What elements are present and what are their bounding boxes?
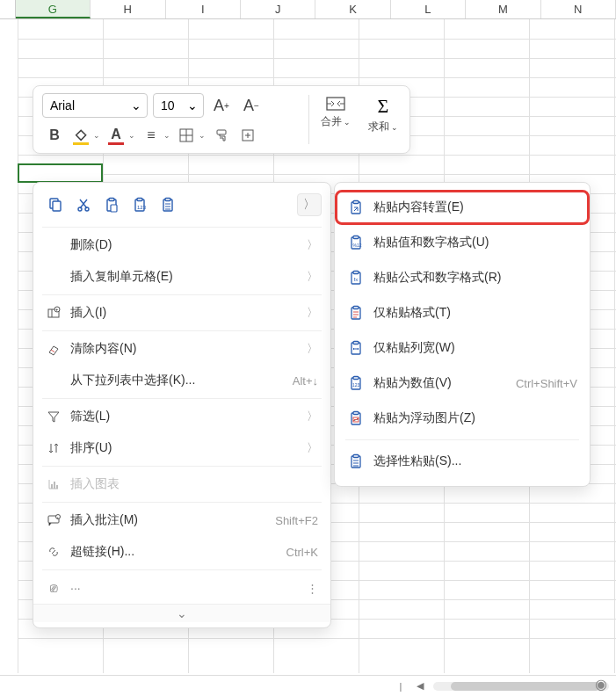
chevron-right-icon: 〉 bbox=[307, 305, 318, 321]
chevron-down-icon: ⌄ bbox=[187, 98, 198, 112]
insert-icon: + bbox=[46, 305, 62, 321]
chevron-down-icon: ⌄ bbox=[177, 606, 187, 620]
menu-hyperlink[interactable]: 超链接(H)...Ctrl+K bbox=[33, 536, 330, 568]
autofit-button[interactable] bbox=[236, 123, 260, 148]
font-color-icon: A bbox=[108, 127, 124, 145]
font-size-select[interactable]: 10 ⌄ bbox=[153, 93, 204, 118]
eye-icon[interactable]: ◉ bbox=[595, 676, 607, 692]
selected-cell[interactable] bbox=[18, 163, 103, 183]
context-menu: 123 〉 删除(D)〉 插入复制单元格(E)〉 + 插入(I)〉 清除内容(N… bbox=[33, 182, 331, 628]
submenu-label: 粘贴公式和数字格式(R) bbox=[373, 270, 577, 286]
column-header[interactable]: N bbox=[541, 0, 616, 18]
column-header[interactable]: G bbox=[16, 0, 91, 18]
scroll-thumb[interactable] bbox=[451, 682, 600, 691]
decrease-font-button[interactable]: A− bbox=[239, 93, 264, 118]
borders-split[interactable]: ⌄ bbox=[174, 123, 207, 148]
column-header[interactable]: J bbox=[241, 0, 315, 18]
menu-item-truncated[interactable]: ⎚ ··· ⋮ bbox=[33, 572, 330, 604]
chevron-right-icon: 〉 bbox=[307, 269, 318, 285]
svg-rect-27 bbox=[51, 484, 53, 489]
shortcut-label: Ctrl+Shift+V bbox=[516, 377, 577, 390]
submenu-paste-special[interactable]: 选择性粘贴(S)... bbox=[335, 444, 590, 479]
chevron-down-icon: ⌄ bbox=[162, 131, 172, 140]
align-icon: ≡ bbox=[139, 123, 163, 148]
svg-rect-42 bbox=[353, 307, 359, 309]
svg-text:%12: %12 bbox=[353, 243, 362, 248]
svg-rect-9 bbox=[53, 201, 61, 211]
font-color-split[interactable]: A ⌄ bbox=[104, 123, 137, 148]
align-split[interactable]: ≡ ⌄ bbox=[139, 123, 172, 148]
menu-label: 筛选(L) bbox=[70, 409, 298, 424]
scroll-track[interactable] bbox=[433, 682, 609, 691]
sigma-icon: Σ bbox=[378, 95, 389, 118]
menu-clear[interactable]: 清除内容(N)〉 bbox=[33, 333, 330, 365]
menu-insert-copied[interactable]: 插入复制单元格(E)〉 bbox=[33, 261, 330, 293]
corner-cell[interactable] bbox=[0, 0, 16, 18]
bold-button[interactable]: B bbox=[42, 123, 67, 148]
svg-rect-36 bbox=[353, 236, 359, 239]
menu-delete[interactable]: 删除(D)〉 bbox=[33, 229, 330, 261]
svg-rect-46 bbox=[353, 377, 359, 380]
menu-insert-comment[interactable]: + 插入批注(M)Shift+F2 bbox=[33, 504, 330, 536]
clipboard-special-icon bbox=[347, 453, 365, 470]
chevron-right-icon: 〉 bbox=[307, 440, 318, 456]
sum-label: 求和 bbox=[368, 120, 389, 134]
submenu-paste-as-image[interactable]: 粘贴为浮动图片(Z) bbox=[335, 401, 590, 436]
scroll-start-button[interactable]: | bbox=[395, 681, 407, 692]
svg-rect-44 bbox=[353, 342, 359, 344]
scroll-left-button[interactable]: ◀ bbox=[414, 680, 426, 692]
fill-color-icon: ◇ bbox=[73, 126, 89, 145]
submenu-label: 选择性粘贴(S)... bbox=[373, 453, 577, 469]
merge-button[interactable]: 合并⌄ bbox=[318, 93, 353, 129]
submenu-paste-transpose[interactable]: 粘贴内容转置(E) bbox=[335, 190, 590, 225]
paste-values-button[interactable]: 123 bbox=[127, 192, 153, 218]
link-icon bbox=[46, 544, 62, 560]
column-header[interactable]: K bbox=[315, 0, 390, 18]
column-header[interactable]: H bbox=[91, 0, 165, 18]
chevron-right-icon: 〉 bbox=[307, 237, 318, 253]
submenu-paste-values-numfmt[interactable]: %12 粘贴值和数字格式(U) bbox=[335, 225, 590, 260]
chevron-down-icon: ⌄ bbox=[131, 98, 141, 112]
column-header[interactable]: M bbox=[466, 0, 540, 18]
menu-label: 插入图表 bbox=[70, 476, 318, 492]
cut-button[interactable] bbox=[70, 192, 97, 218]
paste-more-button[interactable]: 〉 bbox=[297, 193, 322, 216]
column-header[interactable]: I bbox=[166, 0, 241, 18]
submenu-paste-formula-numfmt[interactable]: fx 粘贴公式和数字格式(R) bbox=[335, 260, 590, 295]
menu-sort[interactable]: 排序(U)〉 bbox=[33, 432, 330, 464]
svg-rect-16 bbox=[137, 199, 142, 201]
menu-insert[interactable]: + 插入(I)〉 bbox=[33, 297, 330, 329]
font-family-select[interactable]: Arial ⌄ bbox=[42, 93, 148, 118]
sum-button[interactable]: Σ 求和⌄ bbox=[366, 93, 401, 134]
submenu-paste-format-only[interactable]: 仅粘贴格式(T) bbox=[335, 295, 590, 330]
menu-filter[interactable]: 筛选(L)〉 bbox=[33, 401, 330, 432]
menu-expand-handle[interactable]: ⌄ bbox=[33, 604, 330, 622]
fill-color-split[interactable]: ◇ ⌄ bbox=[69, 123, 102, 148]
horizontal-scrollbar-area: | ◀ bbox=[0, 675, 616, 696]
svg-rect-14 bbox=[111, 205, 117, 212]
increase-font-button[interactable]: A+ bbox=[209, 93, 234, 118]
svg-rect-52 bbox=[353, 455, 359, 458]
submenu-paste-as-values[interactable]: 123 粘贴为数值(V) Ctrl+Shift+V bbox=[335, 366, 590, 401]
column-header[interactable]: L bbox=[391, 0, 466, 18]
paste-submenu: 粘贴内容转置(E) %12 粘贴值和数字格式(U) fx 粘贴公式和数字格式(R… bbox=[334, 182, 591, 487]
svg-text:fx: fx bbox=[354, 277, 359, 282]
menu-label: 超链接(H)... bbox=[70, 544, 278, 560]
paste-format-button[interactable] bbox=[155, 192, 181, 218]
svg-rect-34 bbox=[353, 201, 359, 204]
sort-icon bbox=[46, 440, 62, 456]
column-header-row: G H I J K L M N bbox=[0, 0, 616, 19]
eraser-icon bbox=[46, 341, 62, 357]
format-painter-button[interactable] bbox=[209, 123, 234, 148]
comment-icon: + bbox=[46, 512, 62, 528]
paste-button[interactable] bbox=[98, 192, 125, 218]
chevron-down-icon: ⌄ bbox=[127, 131, 137, 140]
copy-button[interactable] bbox=[42, 192, 69, 218]
submenu-label: 粘贴为浮动图片(Z) bbox=[373, 410, 577, 426]
svg-rect-49 bbox=[353, 412, 359, 415]
clipboard-format-icon bbox=[347, 304, 365, 322]
submenu-paste-col-width[interactable]: 仅粘贴列宽(W) bbox=[335, 330, 590, 366]
svg-point-11 bbox=[85, 207, 89, 211]
clipboard-image-icon bbox=[347, 410, 365, 427]
menu-dropdown-pick[interactable]: 从下拉列表中选择(K)...Alt+↓ bbox=[33, 365, 330, 396]
